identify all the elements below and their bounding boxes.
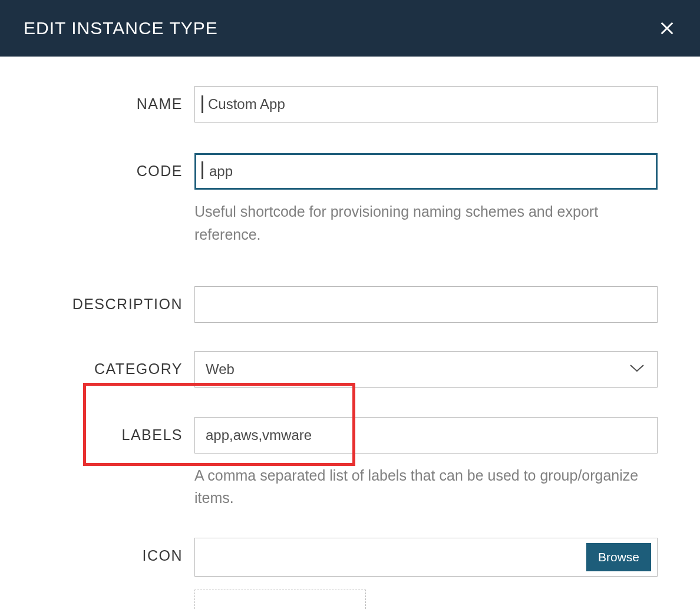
cursor-indicator (202, 161, 203, 179)
category-field-wrapper: Web (194, 351, 658, 388)
code-row: CODE Useful shortcode for provisioning n… (42, 153, 658, 246)
category-label: CATEGORY (42, 351, 194, 378)
icon-row: ICON Browse (42, 538, 658, 609)
name-label: NAME (42, 86, 194, 112)
icon-field-wrapper: Browse (194, 538, 658, 609)
form-container: NAME CODE Useful shortcode for provision… (0, 57, 700, 609)
name-row: NAME (42, 86, 658, 123)
labels-label: LABELS (42, 417, 194, 443)
category-row: CATEGORY Web (42, 351, 658, 388)
description-row: DESCRIPTION (42, 286, 658, 323)
labels-field-wrapper: A comma separated list of labels that ca… (194, 417, 658, 510)
browse-button[interactable]: Browse (586, 543, 651, 571)
close-icon (659, 20, 675, 37)
icon-input-container: Browse (194, 538, 658, 577)
code-helper-text: Useful shortcode for provisioning naming… (194, 200, 658, 246)
category-select[interactable]: Web (194, 351, 658, 388)
description-field-wrapper (194, 286, 658, 323)
labels-row: LABELS A comma separated list of labels … (42, 417, 658, 510)
code-input[interactable] (194, 153, 658, 190)
icon-label: ICON (42, 538, 194, 564)
modal-title: EDIT INSTANCE TYPE (24, 18, 218, 38)
code-label: CODE (42, 153, 194, 180)
description-label: DESCRIPTION (42, 286, 194, 313)
description-input[interactable] (194, 286, 658, 323)
name-field-wrapper (194, 86, 658, 123)
name-input[interactable] (194, 86, 658, 123)
close-button[interactable] (658, 19, 676, 38)
labels-input[interactable] (194, 417, 658, 454)
modal-header: EDIT INSTANCE TYPE (0, 0, 700, 57)
labels-helper-text: A comma separated list of labels that ca… (194, 464, 658, 510)
category-selected-value: Web (206, 361, 235, 378)
cursor-indicator (202, 95, 203, 113)
code-field-wrapper: Useful shortcode for provisioning naming… (194, 153, 658, 246)
icon-preview-placeholder (194, 590, 366, 609)
